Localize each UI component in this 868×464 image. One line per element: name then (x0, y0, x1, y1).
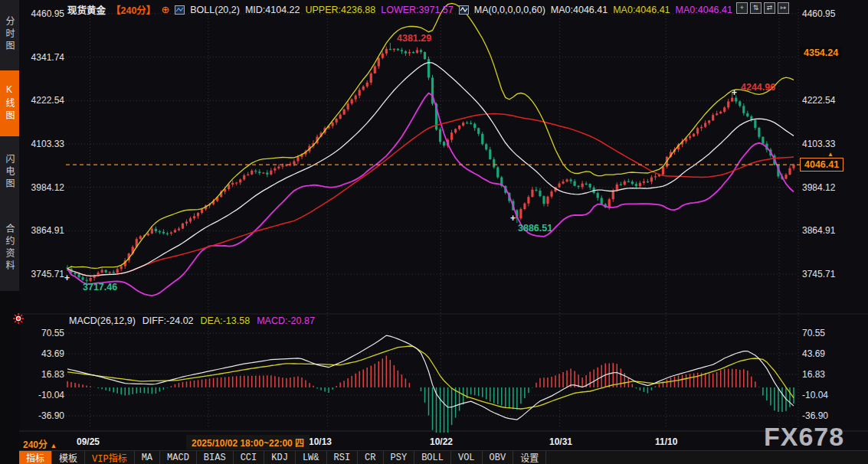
period-selector[interactable]: 240分 ▲ (23, 437, 57, 450)
toolbar-button-lw[interactable]: LW& (296, 451, 327, 464)
macd-axis-label: 70.55 (802, 328, 843, 338)
last-price-arrow-icon: ▲ (827, 151, 834, 158)
peak-price-annotation: 4381.29 (397, 33, 431, 44)
sidebar-tab-time-chart[interactable]: 分时图 (0, 5, 19, 64)
high-cross-marker: + (732, 87, 737, 98)
toolbar-button-ma[interactable]: MA (135, 451, 160, 464)
toolbar-button-vip-indicator[interactable]: VIP指标 (85, 451, 135, 464)
macd-header: MACD(26,12,9) DIFF:-24.02 DEA:-13.58 MAC… (69, 315, 315, 326)
ma-label: MA(0,0,0,0,0,60) (474, 5, 545, 15)
macd-diff-value: DIFF:-24.02 (142, 315, 194, 326)
symbol-name: 现货黄金 (67, 2, 106, 17)
early-low-cross-marker: + (64, 273, 70, 283)
boll-mid-value: MID:4104.22 (245, 5, 300, 15)
macd-axis-label: -36.90 (23, 410, 64, 421)
toolbar-button-rsi[interactable]: RSI (327, 451, 359, 464)
fx678-watermark: FX678 (764, 422, 844, 452)
y-axis-label: 4341.74 (23, 52, 64, 63)
y-axis-label: 4460.95 (802, 8, 843, 19)
low-price-annotation: 3886.51 (518, 223, 552, 234)
boll-upper-value: UPPER:4236.88 (305, 5, 375, 15)
y-axis-label: 3984.12 (23, 182, 64, 193)
macd-axis-label: -10.04 (23, 390, 64, 400)
boll-label: BOLL(20,2) (190, 5, 240, 15)
toolbar-button-vol[interactable]: VOL (451, 451, 483, 464)
toolbar-button-template[interactable]: 模板 (52, 451, 85, 464)
toolbar-button-bias[interactable]: BIAS (197, 451, 234, 464)
collapse-circle-icon[interactable]: ⊕ (161, 4, 169, 15)
toolbar-button-obv[interactable]: OBV (483, 451, 514, 464)
indicator-toolbar: 指标 模板 VIP指标 MA MACD BIAS CCI KDJ LW& RSI… (19, 450, 868, 464)
low-cross-marker: + (510, 213, 516, 224)
ma-value-3: MA0:4046.41 (676, 5, 732, 15)
macd-dea-value: DEA:-13.58 (201, 315, 251, 326)
second-high-annotation: 4244.96 (741, 82, 775, 93)
boll-indicator-icon (175, 5, 185, 15)
y-axis-label: 3984.12 (802, 182, 843, 193)
macd-axis-label: 16.83 (23, 369, 64, 380)
left-sidebar: 分时图 K线图 闪电图 合约资料 (0, 0, 19, 464)
pan-tool-icon[interactable]: + (736, 2, 748, 14)
y-axis-label: 4103.33 (802, 139, 843, 149)
toolbar-button-macd[interactable]: MACD (160, 451, 197, 464)
zoom-vertical-icon[interactable]: ⇅ (750, 2, 762, 14)
y-axis-label: 4103.33 (23, 139, 64, 149)
x-axis-date: 11/10 (655, 436, 677, 447)
toolbar-button-settings[interactable]: 设置 (513, 451, 546, 464)
ma-value-1: MA0:4046.41 (551, 5, 608, 15)
alert-burst-icon[interactable] (13, 313, 24, 327)
ma-value-2: MA0:4046.41 (613, 5, 670, 15)
macd-axis-label: -10.04 (802, 390, 843, 400)
sidebar-tab-lightning-chart[interactable]: 闪电图 (0, 142, 19, 202)
zoom-horizontal-icon[interactable]: ⇄ (764, 2, 775, 14)
y-axis-label: 4222.54 (23, 95, 64, 106)
y-axis-label: 3864.91 (802, 225, 843, 236)
toolbar-button-kdj[interactable]: KDJ (264, 451, 296, 464)
period-badge[interactable]: 【240分】 (111, 2, 156, 17)
period-dropdown-arrow: ▲ (50, 442, 57, 449)
y-axis-label: 3745.71 (802, 269, 843, 279)
sidebar-tab-contract-info[interactable]: 合约资料 (0, 208, 19, 288)
early-low-annotation: 3717.46 (83, 282, 117, 292)
x-axis-date: 10/31 (549, 436, 572, 447)
app-window: 分时图 K线图 闪电图 合约资料 现货黄金 【240分】 ⊕ BOLL(20,2… (0, 0, 868, 464)
chart-tool-icons: + ⇅ ⇄ ↦ (736, 2, 789, 14)
toolbar-button-indicator[interactable]: 指标 (19, 451, 52, 464)
boll-lower-value: LOWER:3971.57 (381, 5, 454, 15)
chart-header: 现货黄金 【240分】 ⊕ BOLL(20,2) MID:4104.22 UPP… (67, 2, 732, 17)
macd-axis-label: 70.55 (23, 328, 64, 338)
toolbar-button-boll[interactable]: BOLL (414, 451, 451, 464)
y-axis-label: 4222.54 (802, 95, 843, 106)
toolbar-button-cr[interactable]: CR (358, 451, 383, 464)
kline-chart-canvas[interactable] (19, 0, 868, 433)
x-axis-date: 09/25 (77, 436, 100, 447)
y-axis-label: 3745.71 (23, 269, 64, 279)
macd-axis-label: -36.90 (802, 410, 843, 421)
shift-right-icon[interactable]: ↦ (778, 2, 789, 14)
macd-axis-label: 16.83 (802, 369, 843, 380)
macd-params-label: MACD(26,12,9) (69, 315, 136, 326)
ma-indicator-icon (459, 5, 469, 15)
y-axis-label: 3864.91 (23, 225, 64, 236)
session-high-tag: 4354.24 (800, 47, 842, 59)
macd-value: MACD:-20.87 (257, 315, 315, 326)
sidebar-tab-kline-chart[interactable]: K线图 (0, 70, 19, 136)
x-axis-date: 10/22 (430, 436, 453, 447)
toolbar-button-cci[interactable]: CCI (234, 451, 265, 464)
last-price-tag: 4046.41 (800, 158, 843, 172)
macd-axis-label: 43.69 (802, 348, 843, 359)
x-axis-date: 10/13 (309, 436, 332, 447)
y-axis-label: 4460.95 (23, 8, 64, 19)
crosshair-time-tooltip: 2025/10/02 18:00~22:00 四 (186, 435, 310, 449)
macd-axis-label: 43.69 (23, 348, 64, 359)
toolbar-button-psy[interactable]: PSY (384, 451, 415, 464)
